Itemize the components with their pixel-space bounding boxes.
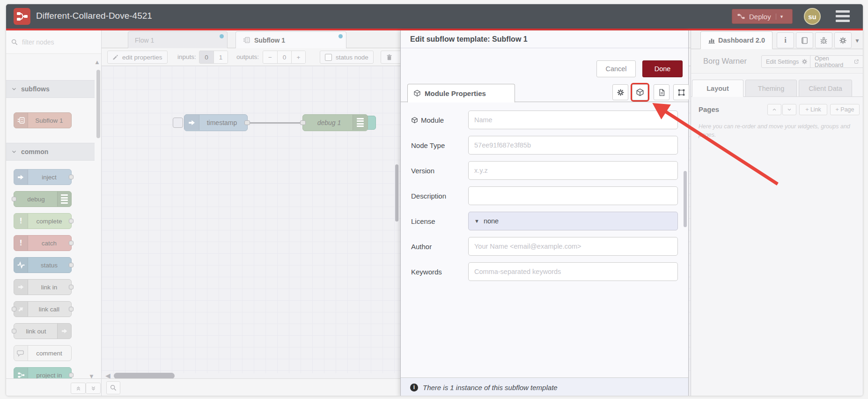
cancel-button[interactable]: Cancel xyxy=(596,60,636,77)
deploy-label: Deploy xyxy=(749,13,771,21)
inject-arrow-icon xyxy=(184,115,199,130)
input-port xyxy=(12,197,16,201)
tab-info-button[interactable]: i xyxy=(777,32,794,48)
input-port xyxy=(12,307,16,311)
palette-node-status[interactable]: status xyxy=(14,257,72,273)
palette-node-debug[interactable]: debug xyxy=(14,191,72,207)
tab-help-button[interactable] xyxy=(796,32,813,48)
inputs-toggle: 0 1 xyxy=(199,51,228,64)
deploy-button[interactable]: Deploy ▾ xyxy=(732,9,793,24)
move-up-button[interactable] xyxy=(767,104,781,115)
palette-scroll-up-icon[interactable]: ▲ xyxy=(94,59,100,66)
caret-down-icon: ▼ xyxy=(474,218,479,224)
description-tab-button[interactable] xyxy=(654,84,669,100)
input-port[interactable] xyxy=(300,120,306,125)
debug-list-icon xyxy=(57,192,71,207)
chevron-down-icon xyxy=(787,107,792,112)
palette-expand-all-button[interactable] xyxy=(86,383,101,394)
tab-theming[interactable]: Theming xyxy=(745,80,797,97)
palette-node-catch[interactable]: ! catch xyxy=(14,235,72,251)
description-input[interactable] xyxy=(468,186,678,205)
output-port xyxy=(69,307,74,311)
bar-chart-icon xyxy=(708,37,715,44)
done-button[interactable]: Done xyxy=(642,60,683,77)
canvas-node-debug-1[interactable]: debug 1 xyxy=(302,114,368,131)
appearance-tab-button[interactable] xyxy=(673,84,689,100)
wire[interactable] xyxy=(250,122,304,124)
tab-subflow-1[interactable]: Subflow 1 xyxy=(235,31,346,48)
tab-flow-1[interactable]: Flow 1 xyxy=(128,31,228,48)
palette-node-comment[interactable]: comment xyxy=(14,345,72,361)
inputs-0-option[interactable]: 0 xyxy=(199,51,213,63)
main-menu-button[interactable] xyxy=(836,10,850,24)
canvas-search-button[interactable] xyxy=(106,381,120,394)
palette-node-project-in[interactable]: project in xyxy=(14,367,72,378)
chevron-up-icon xyxy=(772,107,777,112)
subflow-icon xyxy=(14,113,28,128)
status-node-toggle[interactable]: status node xyxy=(320,51,374,64)
output-port xyxy=(69,285,74,289)
tab-config-button[interactable] xyxy=(834,32,852,48)
pages-title: Pages xyxy=(699,105,719,113)
tab-client-data[interactable]: Client Data xyxy=(799,80,852,97)
user-avatar[interactable]: su xyxy=(804,8,821,25)
keywords-input[interactable] xyxy=(468,262,678,281)
palette-node-subflow-1[interactable]: Subflow 1 xyxy=(14,112,72,128)
node-red-logo-icon xyxy=(14,8,30,25)
inject-trigger-button[interactable] xyxy=(173,118,183,128)
open-dashboard-button[interactable]: Open Dashboard xyxy=(810,55,863,68)
status-wave-icon xyxy=(14,258,28,273)
dashboard-project-name: Borg Warner xyxy=(703,57,747,66)
tab-dashboard-2[interactable]: Dashboard 2.0 xyxy=(700,31,772,49)
palette-node-link-call[interactable]: link call xyxy=(14,301,72,317)
output-port xyxy=(69,175,74,179)
node-type-input[interactable] xyxy=(468,136,678,155)
palette-node-link-out[interactable]: link out xyxy=(14,323,72,339)
author-input[interactable] xyxy=(468,237,678,256)
properties-tab-button[interactable] xyxy=(612,84,628,100)
output-port xyxy=(69,373,74,377)
canvas-node-timestamp[interactable]: timestamp xyxy=(184,114,248,131)
cube-icon xyxy=(411,117,418,124)
add-link-button[interactable]: + Link xyxy=(799,104,827,115)
move-down-button[interactable] xyxy=(782,104,796,115)
status-node-checkbox[interactable] xyxy=(325,54,332,61)
sidebar-tabs-caret-icon[interactable]: ▼ xyxy=(854,37,860,44)
palette-sidebar: filter nodes subflows Subflow 1 common i… xyxy=(6,30,102,396)
cube-icon xyxy=(636,88,644,96)
pencil-icon xyxy=(112,54,119,60)
palette-node-link-in[interactable]: link in xyxy=(14,279,72,295)
canvas-vertical-scrollbar[interactable] xyxy=(395,164,398,222)
inputs-1-option[interactable]: 1 xyxy=(213,51,228,63)
palette-collapse-all-button[interactable] xyxy=(71,383,86,394)
outputs-decrement-button[interactable]: − xyxy=(263,51,277,63)
tab-debug-button[interactable] xyxy=(815,32,832,48)
license-select[interactable]: ▼ none xyxy=(468,212,678,230)
palette-body: subflows Subflow 1 common inject debug xyxy=(6,54,101,378)
palette-filter[interactable]: filter nodes xyxy=(6,30,101,54)
tab-layout[interactable]: Layout xyxy=(692,80,743,97)
pages-header-row: Pages + Link + Page xyxy=(691,101,863,119)
search-icon xyxy=(110,384,117,392)
info-icon: i xyxy=(410,384,418,392)
palette-scrollbar[interactable] xyxy=(96,70,100,138)
palette-section-common[interactable]: common xyxy=(6,143,95,161)
dialog-scrollbar[interactable] xyxy=(684,171,687,227)
output-port[interactable] xyxy=(244,120,250,125)
cube-icon xyxy=(413,89,421,97)
outputs-increment-button[interactable]: + xyxy=(291,51,305,63)
palette-node-inject[interactable]: inject xyxy=(14,169,72,185)
palette-section-subflows[interactable]: subflows xyxy=(6,80,95,98)
edit-settings-button[interactable]: Edit Settings xyxy=(761,55,812,68)
deploy-dropdown-caret-icon[interactable]: ▾ xyxy=(776,14,783,20)
palette-node-complete[interactable]: ! complete xyxy=(14,213,72,229)
form-row-keywords: Keywords xyxy=(411,262,678,281)
module-properties-tab-button[interactable] xyxy=(632,84,648,100)
right-sidebar: Dashboard 2.0 i ▼ Borg Warner Edit Setti… xyxy=(691,30,863,396)
module-input[interactable] xyxy=(468,111,678,129)
version-input[interactable] xyxy=(468,161,678,180)
add-page-button[interactable]: + Page xyxy=(830,104,860,115)
tab-module-properties[interactable]: Module Properties xyxy=(407,84,515,103)
comment-bubble-icon xyxy=(14,346,28,361)
edit-properties-button[interactable]: edit properties xyxy=(107,51,168,64)
